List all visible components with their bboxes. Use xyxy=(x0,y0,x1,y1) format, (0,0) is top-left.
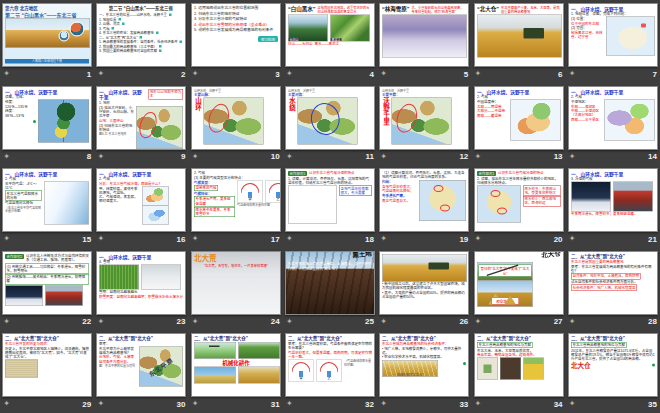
transition-star-icon[interactable]: ✦ xyxy=(97,70,104,78)
transition-star-icon[interactable]: ✦ xyxy=(192,235,199,243)
slide-thumbnail-13[interactable]: 一、山环水绕、沃野千里2. 气候中国温度带：北部——寒温带大部分——中温带南部—… xyxy=(474,86,564,150)
slide-thumbnail-28[interactable]: 二、从“北大荒”到“北大仓”东北三省是我国重要的商品粮基地思考：东北三省发展成为… xyxy=(568,251,658,315)
slide-thumbnail-22[interactable]: 合作探究2认识东北人传统生活方式与自然环境的关系（交通工具、服饰、民居等）。(1… xyxy=(2,251,92,315)
transition-star-icon[interactable]: ✦ xyxy=(97,400,104,408)
slide-meta-row: ✦7 xyxy=(569,68,657,80)
slide-thumbnail-10[interactable]: 山环水绕 沃野千里主要山脉：山环 xyxy=(191,86,281,150)
transition-star-icon[interactable]: ✦ xyxy=(286,318,293,326)
slide-thumbnail-14[interactable]: 一、山环水绕、沃野千里2. 气候干湿地区：东部——湿润区中部——半湿润区（大部分… xyxy=(568,86,658,150)
transition-star-icon[interactable]: ✦ xyxy=(380,70,387,78)
transition-star-icon[interactable]: ✦ xyxy=(192,400,199,408)
slide-content: （1）读图计算漠河、齐齐哈尔、长春、沈阳、大连各地的气温年较差，讨论气温与纬度的… xyxy=(380,169,468,231)
transition-star-icon[interactable]: ✦ xyxy=(380,400,387,408)
slide-thumbnail-17[interactable]: 2. 气候(1) 主要的气候类型及分布特点：气候类型：温带季风气候气候特征：冬季… xyxy=(191,168,281,232)
transition-star-icon[interactable]: ✦ xyxy=(97,153,104,161)
slide-text: 4. 东北三省的农业：发展商品粮基地 xyxy=(99,31,183,35)
transition-star-icon[interactable]: ✦ xyxy=(192,153,199,161)
slide-text: 东部——湿润区 xyxy=(571,104,602,108)
slide-thumbnail-34[interactable]: 二、从“北大荒”到“北大仓”东北三省商品粮基地的地位与贡献东北大米、玉米、大豆等… xyxy=(474,333,564,397)
transition-star-icon[interactable]: ✦ xyxy=(380,318,387,326)
transition-star-icon[interactable]: ✦ xyxy=(97,318,104,326)
preview-test-button[interactable]: 预习检测 xyxy=(258,36,278,42)
slide-thumbnail-20[interactable]: 合作探究1认识东北三省气候冷湿的特点2. 读图，找出东北三省年降水量较多和较少的… xyxy=(474,168,564,232)
slide-thumbnail-1[interactable]: 第六章 北方地区第二节 “白山黑水”——东北三省人教版八年级地理下册 xyxy=(2,3,92,67)
transition-star-icon[interactable]: ✦ xyxy=(97,235,104,243)
slide-text: 各地气温年较差都很大，冬冷夏暖 xyxy=(339,185,372,195)
slide-number: 33 xyxy=(459,400,468,409)
slide-thumbnail-23[interactable]: 一、山环水绕、沃野千里4. 雪期雪期：自南向北越来越长积雪厚度：自南向北越来越厚… xyxy=(96,251,186,315)
slide-thumbnail-30[interactable]: 二、从“北大荒”到“北大仓”思考：东北平原为什么能够发展成为商品粮基地？从地形、… xyxy=(96,333,186,397)
transition-star-icon[interactable]: ✦ xyxy=(475,235,482,243)
slide-row: 归纳：各地气温年较差大；气温自南向北降低；冬季漫长严寒，南北气温差异大。 xyxy=(382,180,466,221)
slide-thumbnail-26[interactable]: • 新中国成立以后，这里建立了许多大型国营农场，成为我国机械化程度最高的农业区。… xyxy=(379,251,469,315)
slide-thumbnail-21[interactable]: 一、山环水绕、沃野千里3. 冷湿的气候冬季寒冷漫长，降雪较多；夏季短促温暖。 xyxy=(568,168,658,232)
slide-column: 气候类型：温带季风气候气候特征：冬季漫长严寒，夏季短促温暖降水集中在夏季，冬季降… xyxy=(194,180,235,217)
transition-star-icon[interactable]: ✦ xyxy=(569,400,576,408)
transition-star-icon[interactable]: ✦ xyxy=(286,70,293,78)
slide-column: 经度：120°E—135°E纬度：38°N—53°N xyxy=(5,99,36,123)
transition-star-icon[interactable]: ✦ xyxy=(569,235,576,243)
slide-row: (1) 位置：位于中国的东北部(2) 范围：包括黑龙江省、吉林省、辽宁省 xyxy=(571,17,655,56)
slide-content: “林海雪原”大、小兴安岭和长白山地森林茂密，冬季白雪皑皑，称为“林海雪原” xyxy=(380,4,468,66)
transition-star-icon[interactable]: ✦ xyxy=(3,318,10,326)
slide-row: 干湿地区：东部——湿润区中部——半湿润区（大部分地区）西部——半干旱区 xyxy=(571,99,655,140)
cooperative-inquiry-badge: 合作探究1 xyxy=(288,171,307,176)
transition-star-icon[interactable]: ✦ xyxy=(3,70,10,78)
slide-thumbnail-19[interactable]: （1）读图计算漠河、齐齐哈尔、长春、沈阳、大连各地的气温年较差，讨论气温与纬度的… xyxy=(379,168,469,232)
slide-thumbnail-16[interactable]: 一、山环水绕、沃野千里2. 气候分析：东北三省气候冷湿，原因是什么？甲、纬度较高… xyxy=(96,168,186,232)
climate-chart: 乙 xyxy=(316,360,342,382)
slide-thumbnail-35[interactable]: 二、从“北大荒”到“北大仓”东北三省商品粮基地的地位与贡献2011年，东北三省粮… xyxy=(568,333,658,397)
transition-star-icon[interactable]: ✦ xyxy=(3,400,10,408)
transition-star-icon[interactable]: ✦ xyxy=(475,318,482,326)
transition-star-icon[interactable]: ✦ xyxy=(3,235,10,243)
transition-star-icon[interactable]: ✦ xyxy=(475,70,482,78)
slide-meta-row: ✦3 xyxy=(192,68,280,80)
slide-text: 东北平原盛产小麦、玉米、大豆等，是我国重要的商品粮基地 xyxy=(501,6,561,14)
slide-thumbnail-29[interactable]: 二、从“北大荒”到“北大仓”东北三省开发的历史与现状：历史上，东北平原北部地区人… xyxy=(2,333,92,397)
slide-thumbnail-33[interactable]: 二、从“北大荒”到“北大仓”东北三省成为商品粮基地的社会经济条件：• 地广人稀，… xyxy=(379,333,469,397)
transition-star-icon[interactable]: ✦ xyxy=(286,235,293,243)
slide-thumbnail-9[interactable]: 一、山环水绕、沃野千里地形以山地和平原为主1. 地形(1) 找出大兴安岭、小兴安… xyxy=(96,86,186,150)
slide-number: 34 xyxy=(554,400,563,409)
transition-star-icon[interactable]: ✦ xyxy=(380,153,387,161)
slide-thumbnail-25[interactable]: 黑土地东北平原的黑土有机质含量高，土壤肥沃，盛产多种农作物，人们把这里称为“黑土… xyxy=(285,251,375,315)
slide-thumbnail-15[interactable]: 一、山环水绕、沃野千里2. 气候年平均气温：-4℃～11℃东北三省气温和降水的分… xyxy=(2,168,92,232)
transition-star-icon[interactable]: ✦ xyxy=(380,235,387,243)
slide-text: (1) 传统交通工具——马拉爬犁：冬季漫长，降雪较多，积雪期长 xyxy=(5,263,89,273)
slide-thumbnail-32[interactable]: 二、从“北大荒”到“北大仓”思考：东北三省纬度较高，气温条件能否满足农作物的生长… xyxy=(285,333,375,397)
slide-thumbnail-6[interactable]: “北大仓”东北平原盛产小麦、玉米、大豆等，是我国重要的商品粮基地 xyxy=(474,3,564,67)
slide-text: 地形以山地和平原为主 xyxy=(149,89,184,99)
slide-content: 二、从“北大荒”到“北大仓”东北三省开发的历史与现状：历史上，东北平原北部地区人… xyxy=(3,334,91,396)
transition-star-icon[interactable]: ✦ xyxy=(192,70,199,78)
slide-meta-row: ✦5 xyxy=(380,68,468,80)
transition-star-icon[interactable]: ✦ xyxy=(569,153,576,161)
slide-row xyxy=(571,182,655,212)
map-ne-topo-image xyxy=(392,97,452,144)
slide-thumbnail-3[interactable]: 1. 运用地图说出东北三省的位置和范围2. 归纳东北三省的地形特征3. 分析东北… xyxy=(191,3,281,67)
slide-thumbnail-31[interactable]: 二、从“北大荒”到“北大仓”机械化耕作 xyxy=(191,333,281,397)
slide-thumbnail-8[interactable]: 一、山环水绕、沃野千里读图，完成：经度：120°E—135°E纬度：38°N—5… xyxy=(2,86,92,150)
slide-meta-row: ✦4 xyxy=(286,68,374,80)
transition-star-icon[interactable]: ✦ xyxy=(475,400,482,408)
slide-text: 雪期：自南向北越来越长 xyxy=(99,290,183,294)
slide-thumbnail-7[interactable]: 一、山环水绕、沃野千里1. 地理位置 读图，完成下列问题：(1) 位置：位于中国… xyxy=(568,3,658,67)
slide-thumbnail-5[interactable]: “林海雪原”大、小兴安岭和长白山地森林茂密，冬季白雪皑皑，称为“林海雪原” xyxy=(379,3,469,67)
slide-thumbnail-24[interactable]: 北大荒“北大荒，天苍苍，地茫茫，一片衰草枯苇塘” xyxy=(191,251,281,315)
slide-thumbnail-18[interactable]: 合作探究1认识东北三省气候冷湿的特点1. 读图，计算漠河、齐齐哈尔、长春、沈阳等… xyxy=(285,168,375,232)
slide-content: • 新中国成立以后，这里建立了许多大型国营农场，成为我国机械化程度最高的农业区。… xyxy=(380,252,468,314)
slide-thumbnail-27[interactable]: 北大仓昔日的“北大荒”如今变成了“北大仓”粮食堆成山 xyxy=(474,251,564,315)
slide-text: 38°N—53°N xyxy=(5,113,36,117)
transition-star-icon[interactable]: ✦ xyxy=(286,400,293,408)
transition-star-icon[interactable]: ✦ xyxy=(192,318,199,326)
slide-thumbnail-11[interactable]: 山环水绕 沃野千里主要河流：水绕 xyxy=(285,86,375,150)
slide-thumbnail-12[interactable]: 山环水绕 沃野千里主要平原：沃野千里 xyxy=(379,86,469,150)
transition-star-icon[interactable]: ✦ xyxy=(3,153,10,161)
slide-thumbnail-4[interactable]: “白山黑水”泛指我国东北地区，这里有茫茫的长白山林海和滔滔的黑龙江水长白山黑龙江… xyxy=(285,3,375,67)
transition-star-icon[interactable]: ✦ xyxy=(286,153,293,161)
slide-thumbnail-2[interactable]: 第二节 “白山黑水”——东北三省一、东北三省的位置——山环水绕、沃野千里1. 地… xyxy=(96,3,186,67)
slide-content: 2. 气候(1) 主要的气候类型及分布特点：气候类型：温带季风气候气候特征：冬季… xyxy=(192,169,280,231)
transition-star-icon[interactable]: ✦ xyxy=(569,318,576,326)
transition-star-icon[interactable]: ✦ xyxy=(475,153,482,161)
transition-star-icon[interactable]: ✦ xyxy=(569,70,576,78)
slide-meta-row: ✦24 xyxy=(192,316,280,328)
